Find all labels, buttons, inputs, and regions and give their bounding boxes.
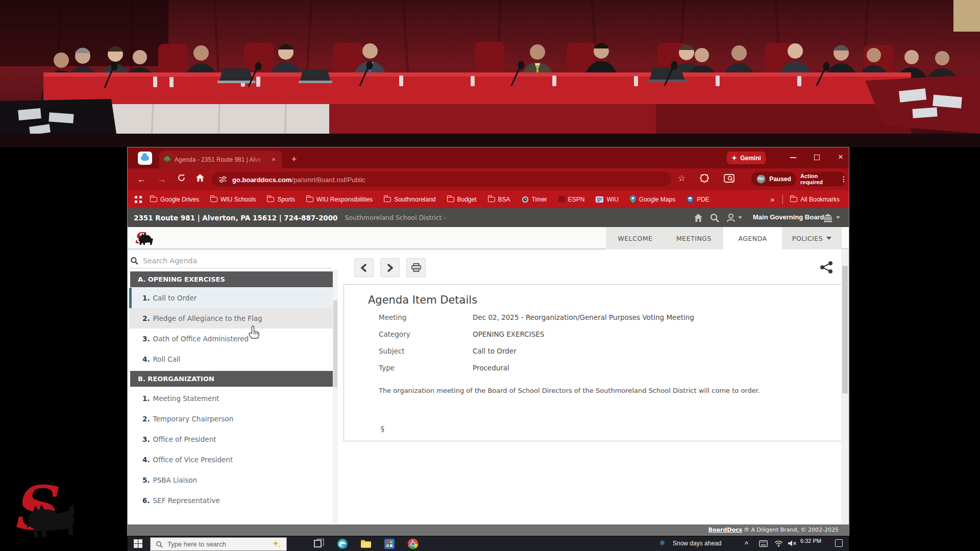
agenda-item-office-of-vice-president[interactable]: 4.Office of Vice President [129,449,333,470]
apps-grid-icon[interactable] [135,196,142,203]
bookmarks-overflow-icon[interactable] [770,195,774,204]
agenda-search-input[interactable] [143,257,311,265]
previous-item-button[interactable] [354,258,374,277]
action-required-chip[interactable]: Action required [800,172,846,186]
back-icon[interactable]: ← [136,173,147,185]
agenda-item-temporary-chairperson[interactable]: 2.Temporary Chairperson [129,409,333,429]
profile-chip[interactable]: Paused [751,172,796,186]
tab-search-icon[interactable] [724,174,734,184]
section-header-reorganization[interactable]: B. REORGANIZATION [130,371,333,387]
tray-expand-icon[interactable] [745,540,748,547]
maximize-button[interactable] [814,155,820,160]
folder-icon [210,197,217,202]
boarddocs-link[interactable]: BoardDocs [708,527,742,533]
bookmark-sports[interactable]: Sports [267,196,295,203]
app-grid-icon[interactable] [384,538,395,549]
district-logo: S [134,229,154,247]
sidebar-scrollbar[interactable] [333,270,338,523]
taskbar-search-box[interactable] [150,537,287,551]
page-scrollbar-thumb[interactable] [842,266,848,393]
section-header-opening-exercises[interactable]: A. OPENING EXERCISES [130,271,333,287]
task-view-icon[interactable] [313,538,325,549]
wifi-icon[interactable] [774,540,783,547]
nav-tab-welcome[interactable]: WELCOME [606,227,665,249]
browser-tab[interactable]: Agenda - 2351 Route 981 | Alve [159,151,282,168]
sidebar-scrollbar-thumb[interactable] [333,300,337,387]
browser-app-button[interactable] [138,152,152,165]
field-value-category: OPENING EXERCISES [473,330,544,338]
print-button[interactable] [406,258,426,277]
extensions-icon[interactable] [699,174,709,184]
forward-icon[interactable]: → [156,173,167,185]
agenda-item-sef-representative[interactable]: 6.SEF Representative [129,490,333,511]
bookmark-timer[interactable]: Timer [522,196,547,203]
bookmark-bsa[interactable]: BSA [488,196,510,203]
bookmark-wiu-responsibilities[interactable]: WIU Responsibilities [306,196,373,203]
home-icon[interactable] [693,213,703,223]
user-caret-icon[interactable] [738,216,742,219]
bookmark-southmoreland[interactable]: Southmoreland [384,196,435,203]
bookmark-wiu[interactable]: WIU [596,196,618,203]
home-icon[interactable] [194,173,206,185]
address-bar[interactable]: go.boarddocs.com/pa/smrl/Board.nsf/Publi… [212,172,671,187]
close-button[interactable] [838,154,845,161]
kebab-menu-icon[interactable]: ⋮ [840,175,847,183]
clock[interactable]: 6:32 PM [800,538,821,544]
tab-close-icon[interactable] [270,156,278,164]
agenda-item-pledge[interactable]: 2.Pledge of Allegiance to the Flag [129,308,333,329]
gemini-button[interactable]: Gemini [727,152,766,164]
search-icon[interactable] [709,213,720,223]
agenda-item-details-panel: Agenda Item Details MeetingDec 02, 2025 … [344,284,847,441]
new-tab-button[interactable] [288,153,300,165]
edge-icon[interactable] [337,538,348,549]
nav-tab-meetings[interactable]: MEETINGS [665,227,723,249]
touch-keyboard-icon[interactable] [759,540,768,547]
notification-center-icon[interactable] [835,539,843,547]
bookmark-pde[interactable]: PDE [687,196,709,203]
tree-favicon [163,156,171,163]
bookmark-espn[interactable]: ESPN [558,196,585,203]
site-settings-icon[interactable] [219,176,227,183]
bookmark-budget[interactable]: Budget [447,196,477,203]
board-caret-icon[interactable] [836,216,840,219]
wiu-icon [596,196,603,203]
bookmark-google-maps[interactable]: Google Maps [630,195,675,203]
board-selector[interactable]: Main Governing Board [753,213,824,221]
chrome-icon[interactable] [407,538,419,549]
panel-title: Agenda Item Details [368,294,477,306]
site-footer: BoardDocs ® A Diligent Brand, © 2002-202… [128,524,849,535]
search-icon [156,541,163,548]
user-icon[interactable] [726,213,736,223]
bookmark-google-drives[interactable]: Google Drives [150,196,199,203]
agenda-search[interactable] [130,253,332,268]
espn-icon [558,196,565,203]
agenda-item-office-of-president[interactable]: 3.Office of President [129,429,333,449]
nav-tab-policies[interactable]: POLICIES [782,227,842,249]
clock-icon [522,196,529,203]
all-bookmarks-button[interactable]: All Bookmarks [790,196,840,203]
minimize-button[interactable] [790,154,797,161]
agenda-item-call-to-order[interactable]: 1.Call to Order [129,288,333,308]
taskbar-search-input[interactable] [167,540,259,548]
hand-cursor [248,325,260,339]
weather-icon[interactable] [659,539,666,547]
next-item-button[interactable] [380,258,400,277]
share-icon[interactable] [820,261,833,274]
windows-taskbar: Snow days ahead 6:32 PM [128,536,849,551]
agenda-item-oath[interactable]: 3.Oath of Office Administered [129,329,333,349]
bookmark-star-icon[interactable] [678,173,685,184]
agenda-item-meeting-statement[interactable]: 1.Meeting Statement [129,388,333,409]
reload-icon[interactable] [176,173,187,185]
pde-icon [687,196,694,203]
weather-text[interactable]: Snow days ahead [673,540,721,547]
start-button[interactable] [134,539,142,548]
page-scrollbar[interactable] [841,251,849,524]
volume-muted-icon[interactable] [788,540,797,547]
nav-tab-agenda[interactable]: AGENDA [723,227,782,249]
bookmark-wiu-schools[interactable]: WIU Schools [210,196,256,203]
field-label-type: Type [379,364,395,372]
agenda-item-roll-call[interactable]: 4.Roll Call [129,349,333,369]
file-explorer-icon[interactable] [360,538,372,549]
institution-icon[interactable] [823,213,833,223]
agenda-item-psba-liaison[interactable]: 5.PSBA Liaison [129,470,333,490]
